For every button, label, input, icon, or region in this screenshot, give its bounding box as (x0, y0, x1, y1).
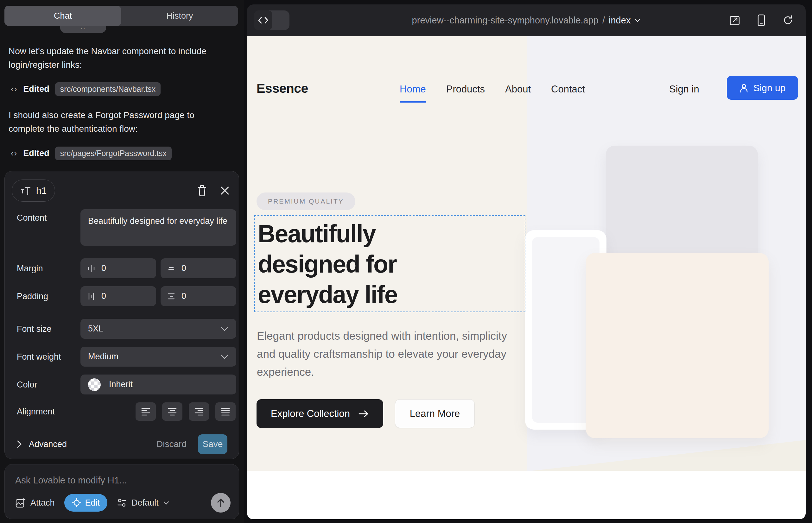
explore-collection-button[interactable]: Explore Collection (257, 399, 383, 428)
decor-card-gray (606, 146, 758, 271)
color-select[interactable]: Inherit (81, 375, 236, 395)
margin-x-input[interactable]: 0 (81, 258, 156, 278)
hero-heading-line: everyday life (258, 279, 398, 310)
font-size-select[interactable]: 5XL (81, 319, 236, 339)
code-icon: ‹› (11, 84, 17, 94)
site-canvas: Essence Home Products About Contact Sign… (247, 36, 806, 519)
font-weight-label: Font weight (17, 352, 61, 362)
preview-url-domain: preview--charming-site-symphony.lovable.… (412, 15, 599, 26)
padding-horizontal-icon (87, 292, 96, 301)
chat-history-tabbar: Chat History (4, 6, 238, 26)
edit-mode-button[interactable]: Edit (64, 494, 108, 511)
chat-sidebar: Chat History ·· Now let's update the Nav… (0, 0, 244, 523)
nav-link-products[interactable]: Products (446, 84, 485, 95)
site-logo[interactable]: Essence (257, 81, 308, 96)
align-justify-button[interactable] (215, 402, 236, 421)
tab-history[interactable]: History (121, 6, 238, 26)
margin-y-input[interactable]: 0 (161, 258, 236, 278)
composer: Ask Lovable to modify H1... Attach (4, 464, 239, 519)
align-right-button[interactable] (189, 402, 209, 421)
hero-heading-line: designed for (258, 249, 398, 279)
padding-vertical-icon (167, 292, 176, 301)
edit-label: Edit (85, 498, 100, 508)
refresh-icon[interactable] (781, 13, 795, 27)
open-in-new-tab-icon[interactable] (728, 13, 742, 27)
sign-in-link[interactable]: Sign in (669, 84, 699, 95)
font-size-value: 5XL (88, 324, 103, 334)
edited-file-row: ‹› Edited src/pages/ForgotPassword.tsx (11, 146, 172, 161)
attach-image-icon (15, 497, 26, 508)
site-navbar: Essence Home Products About Contact Sign… (247, 76, 806, 105)
selected-element-label: h1 (36, 185, 47, 196)
sign-up-button[interactable]: Sign up (727, 76, 798, 100)
chat-message: I should also create a Forgot Password p… (8, 108, 227, 136)
discard-button[interactable]: Discard (156, 439, 187, 449)
hero-heading[interactable]: Beautifully designed for everyday life (258, 218, 398, 310)
scrolled-message-pill[interactable]: ·· (60, 26, 106, 33)
mode-select[interactable]: Default (117, 498, 170, 508)
preview-window: preview--charming-site-symphony.lovable.… (247, 4, 806, 519)
delete-element-button[interactable] (195, 183, 209, 198)
chevron-down-icon (163, 501, 170, 505)
font-weight-value: Medium (88, 352, 119, 362)
advanced-toggle[interactable]: Advanced (29, 439, 67, 449)
learn-more-button[interactable]: Learn More (395, 399, 475, 428)
edited-file-pill[interactable]: src/pages/ForgotPassword.tsx (55, 147, 172, 160)
site-next-section (247, 471, 806, 519)
padding-y-input[interactable]: 0 (161, 286, 236, 306)
chevron-down-icon (220, 354, 229, 359)
sliders-icon (117, 498, 127, 507)
preview-topbar: preview--charming-site-symphony.lovable.… (247, 4, 806, 36)
padding-x-value: 0 (101, 291, 106, 301)
margin-vertical-icon (167, 264, 176, 273)
mode-label: Default (131, 498, 159, 508)
code-icon: ‹› (11, 148, 17, 158)
edited-file-pill[interactable]: src/components/Navbar.tsx (55, 82, 161, 96)
nav-link-home[interactable]: Home (400, 84, 426, 95)
hero-cta-row: Explore Collection Learn More (257, 399, 475, 428)
text-size-icon (20, 186, 31, 195)
padding-label: Padding (17, 292, 48, 301)
selected-element-tag: h1 (12, 180, 55, 202)
mobile-view-icon[interactable] (754, 13, 768, 27)
content-input[interactable]: Beautifully designed for everyday life (81, 209, 236, 246)
chevron-right-icon (17, 440, 22, 448)
preview-actions (728, 4, 795, 36)
font-weight-select[interactable]: Medium (81, 347, 236, 366)
align-center-button[interactable] (162, 402, 182, 421)
color-swatch-icon (88, 378, 101, 391)
margin-x-value: 0 (101, 264, 106, 273)
alignment-label: Alignment (17, 407, 55, 417)
user-icon (740, 83, 748, 93)
hero-heading-line: Beautifully (258, 218, 398, 249)
attach-button[interactable]: Attach (15, 497, 55, 508)
font-size-label: Font size (17, 324, 52, 334)
padding-x-input[interactable]: 0 (81, 286, 156, 306)
composer-toolbar: Attach Edit Default (15, 493, 231, 512)
send-button[interactable] (211, 493, 231, 512)
preview-url-bar[interactable]: preview--charming-site-symphony.lovable.… (247, 4, 806, 36)
padding-y-value: 0 (181, 291, 186, 301)
chevron-down-icon (220, 326, 229, 331)
nav-link-about[interactable]: About (505, 84, 531, 95)
save-button[interactable]: Save (198, 434, 227, 454)
content-label: Content (17, 213, 47, 223)
chevron-down-icon (634, 18, 641, 22)
composer-input[interactable]: Ask Lovable to modify H1... (15, 475, 127, 486)
preview-url-page: index (609, 15, 631, 26)
explore-collection-label: Explore Collection (271, 408, 350, 419)
close-editor-button[interactable] (217, 183, 232, 198)
nav-link-contact[interactable]: Contact (551, 84, 585, 95)
target-icon (72, 498, 82, 507)
margin-y-value: 0 (181, 264, 186, 273)
color-label: Color (17, 380, 37, 390)
chat-message: Now let's update the Navbar component to… (8, 44, 227, 72)
alignment-group (136, 402, 236, 421)
decor-card-beige (586, 253, 769, 438)
align-left-button[interactable] (136, 402, 156, 421)
preview-url-separator: / (602, 15, 605, 26)
advanced-row: Advanced Discard Save (17, 435, 227, 454)
tab-chat[interactable]: Chat (4, 6, 121, 26)
site-nav-links: Home Products About Contact (400, 84, 585, 95)
premium-quality-badge: PREMIUM QUALITY (257, 193, 355, 210)
